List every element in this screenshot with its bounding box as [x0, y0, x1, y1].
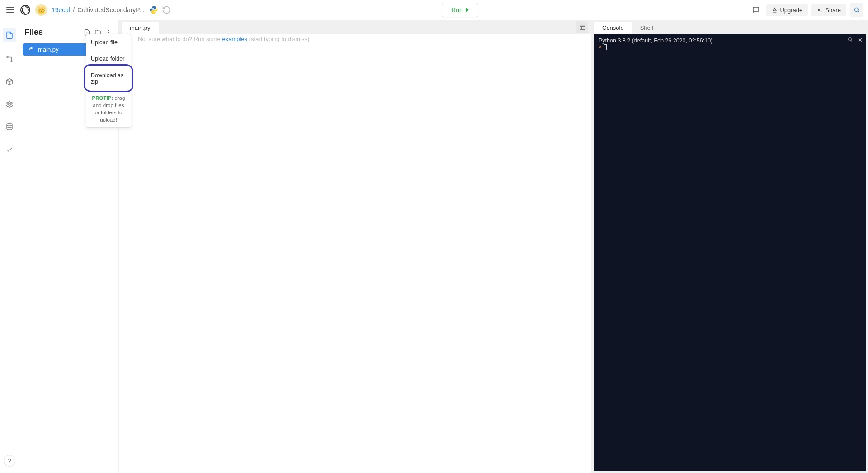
replit-logo-icon[interactable] — [19, 4, 32, 16]
svg-point-4 — [11, 61, 12, 62]
file-item-label: main.py — [38, 46, 59, 53]
workspace-body: ? Files main.py Upload file Upload folde… — [0, 20, 868, 473]
terminal-line-1: Python 3.8.2 (default, Feb 26 2020, 02:5… — [599, 37, 862, 44]
svg-point-5 — [9, 103, 11, 106]
dropdown-protip: PROTIP: drag and drop files or folders t… — [86, 90, 131, 127]
topbar-right: Upgrade Share — [749, 3, 863, 17]
share-button[interactable]: Share — [811, 4, 846, 16]
tab-console[interactable]: Console — [594, 22, 632, 34]
files-dropdown: Upload file Upload folder Download as zi… — [86, 34, 131, 128]
svg-rect-12 — [580, 25, 585, 29]
code-line-1: Not sure what to do? Run some examples (… — [135, 34, 309, 473]
protip-label: PROTIP: — [92, 95, 113, 101]
rail-files-icon[interactable] — [3, 28, 16, 42]
hamburger-menu-icon[interactable] — [5, 4, 16, 16]
editor-tabbar: main.py — [119, 20, 591, 34]
files-title: Files — [24, 28, 80, 37]
upgrade-button[interactable]: Upgrade — [766, 4, 808, 16]
breadcrumb-repl[interactable]: CultivatedSecondaryP... — [77, 6, 144, 14]
svg-point-9 — [108, 30, 109, 31]
files-panel: Files main.py Upload file Upload folder … — [19, 20, 118, 473]
terminal-search-icon[interactable] — [847, 37, 853, 43]
history-icon[interactable] — [162, 5, 171, 14]
rail-database-icon[interactable] — [4, 122, 15, 132]
terminal-prompt-line: > — [599, 44, 862, 50]
left-rail: ? — [0, 20, 19, 473]
terminal[interactable]: ✕ Python 3.8.2 (default, Feb 26 2020, 02… — [594, 34, 866, 471]
run-button-label: Run — [451, 6, 463, 14]
run-button[interactable]: Run — [442, 3, 478, 17]
terminal-icons: ✕ — [847, 37, 863, 43]
rail-packages-icon[interactable] — [4, 76, 15, 87]
terminal-cursor — [604, 44, 607, 50]
rail-check-icon[interactable] — [4, 144, 15, 155]
breadcrumb-sep: / — [73, 6, 75, 14]
terminal-close-icon[interactable]: ✕ — [858, 37, 863, 43]
code-area[interactable]: 1 Not sure what to do? Run some examples… — [119, 34, 591, 473]
svg-point-10 — [108, 32, 109, 33]
svg-point-1 — [854, 8, 858, 11]
breadcrumb-user[interactable]: 19ecal — [52, 6, 70, 14]
help-button[interactable]: ? — [4, 455, 15, 467]
svg-point-15 — [849, 38, 852, 41]
editor-layout-icon[interactable] — [576, 21, 588, 33]
rail-version-control-icon[interactable] — [4, 54, 15, 65]
console-tabbar: Console Shell — [592, 20, 868, 34]
breadcrumb: 19ecal / CultivatedSecondaryP... — [52, 6, 145, 14]
play-icon — [466, 8, 469, 12]
dropdown-upload-file[interactable]: Upload file — [86, 34, 131, 51]
search-icon[interactable] — [850, 3, 863, 17]
upgrade-label: Upgrade — [780, 7, 802, 14]
svg-point-3 — [7, 56, 8, 58]
share-label: Share — [825, 7, 841, 14]
tab-shell[interactable]: Shell — [632, 22, 661, 34]
chat-icon[interactable] — [749, 3, 763, 17]
editor-panel: main.py 1 Not sure what to do? Run some … — [118, 20, 592, 473]
svg-line-16 — [851, 41, 852, 42]
console-panel: Console Shell ✕ Python 3.8.2 (default, F… — [592, 20, 868, 473]
svg-line-2 — [858, 11, 859, 13]
topbar: 👑 19ecal / CultivatedSecondaryP... Run U… — [0, 0, 868, 20]
dropdown-upload-folder[interactable]: Upload folder — [86, 51, 131, 67]
user-avatar[interactable]: 👑 — [35, 4, 47, 16]
svg-point-6 — [7, 124, 12, 126]
python-lang-icon[interactable] — [149, 5, 158, 14]
dropdown-download-zip[interactable]: Download as zip — [86, 67, 131, 90]
editor-tab-main-py[interactable]: main.py — [122, 22, 159, 34]
rail-settings-icon[interactable] — [4, 99, 15, 110]
